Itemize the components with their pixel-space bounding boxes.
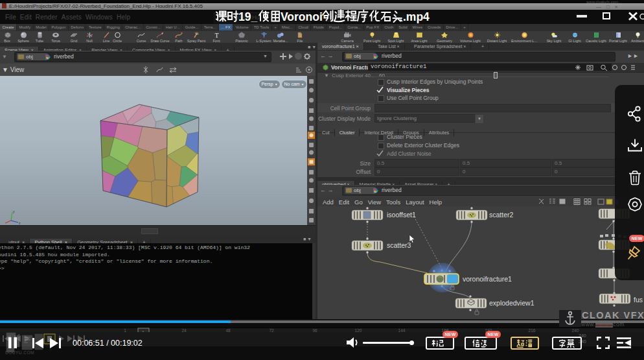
svg-text:.mp4: .mp4	[403, 10, 430, 23]
svg-text:z: z	[19, 221, 21, 224]
svg-text:T: T	[214, 32, 218, 38]
svg-text:explodedview1: explodedview1	[489, 299, 535, 307]
svg-text:fus: fus	[634, 296, 643, 304]
svg-text:scatter2: scatter2	[489, 211, 514, 219]
svg-text:Voronoi: Voronoi	[281, 10, 323, 23]
svg-text:voronoifracture1: voronoifracture1	[463, 275, 512, 283]
svg-text:y: y	[13, 210, 15, 213]
svg-text:isooffset1: isooffset1	[387, 211, 416, 219]
svg-text:scatter3: scatter3	[387, 241, 411, 249]
svg-text:19_: 19_	[238, 10, 257, 23]
